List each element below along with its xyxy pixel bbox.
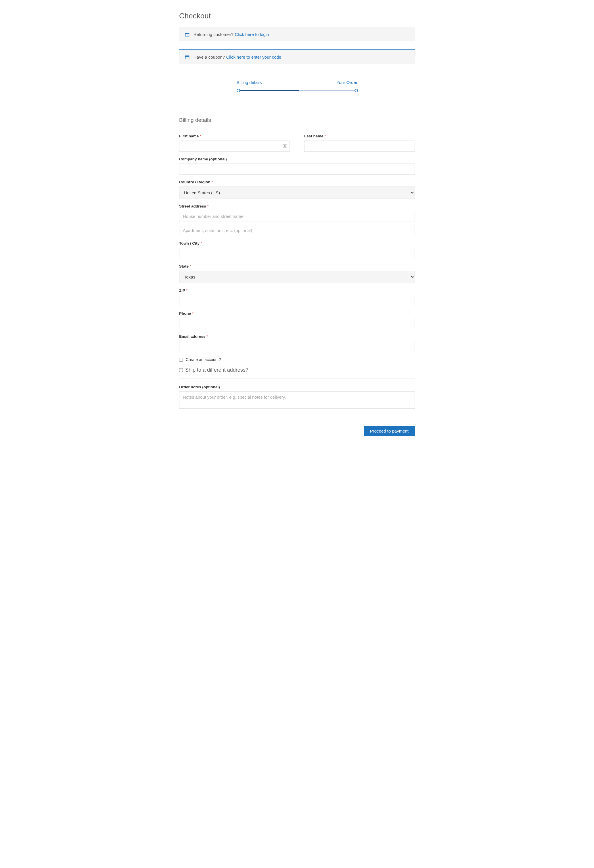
proceed-button[interactable]: Proceed to payment	[364, 426, 415, 436]
order-notes-label: Order notes (optional)	[179, 385, 415, 389]
progress-step-order[interactable]: Your Order	[336, 80, 358, 85]
coupon-text: Have a coupon?	[194, 55, 226, 59]
svg-rect-3	[185, 56, 189, 57]
login-link[interactable]: Click here to login	[235, 32, 269, 37]
country-label: Country / Region *	[179, 180, 415, 184]
billing-heading: Billing details	[179, 117, 415, 127]
street1-input[interactable]	[179, 211, 415, 222]
last-name-label: Last name *	[304, 134, 415, 138]
state-select[interactable]: Texas	[179, 271, 415, 283]
create-account-label: Create an account?	[186, 357, 221, 362]
svg-rect-1	[185, 33, 189, 34]
first-name-input[interactable]	[179, 140, 290, 152]
returning-text: Returning customer?	[194, 32, 235, 37]
state-label: State *	[179, 264, 415, 269]
progress-node-1	[236, 89, 240, 92]
zip-label: ZIP *	[179, 288, 415, 292]
coupon-link[interactable]: Click here to enter your code	[226, 55, 281, 59]
street2-input[interactable]	[179, 225, 415, 236]
create-account-checkbox[interactable]	[179, 358, 183, 362]
zip-input[interactable]	[179, 295, 415, 306]
progress-step-billing[interactable]: Billing details	[236, 80, 262, 85]
city-input[interactable]	[179, 248, 415, 259]
phone-label: Phone *	[179, 311, 415, 316]
order-notes-textarea[interactable]	[179, 391, 415, 409]
ship-different-checkbox[interactable]	[179, 368, 183, 372]
street-label: Street address *	[179, 204, 415, 208]
page-title: Checkout	[179, 12, 415, 21]
progress-fill	[238, 90, 299, 91]
country-select[interactable]: United States (US)	[179, 186, 415, 199]
phone-input[interactable]	[179, 318, 415, 329]
ship-different-label: Ship to a different address?	[185, 367, 248, 373]
progress-node-2	[355, 89, 358, 92]
city-label: Town / City *	[179, 241, 415, 245]
returning-customer-notice: Returning customer? Click here to login	[179, 27, 415, 41]
calendar-icon	[185, 32, 189, 37]
coupon-notice: Have a coupon? Click here to enter your …	[179, 49, 415, 64]
checkout-progress: Billing details Your Order	[179, 80, 415, 91]
company-input[interactable]	[179, 164, 415, 175]
email-label: Email address *	[179, 334, 415, 339]
company-label: Company name (optional)	[179, 157, 415, 161]
email-input[interactable]	[179, 341, 415, 352]
last-name-input[interactable]	[304, 140, 415, 152]
calendar-icon	[185, 55, 189, 59]
first-name-label: First name *	[179, 134, 290, 138]
